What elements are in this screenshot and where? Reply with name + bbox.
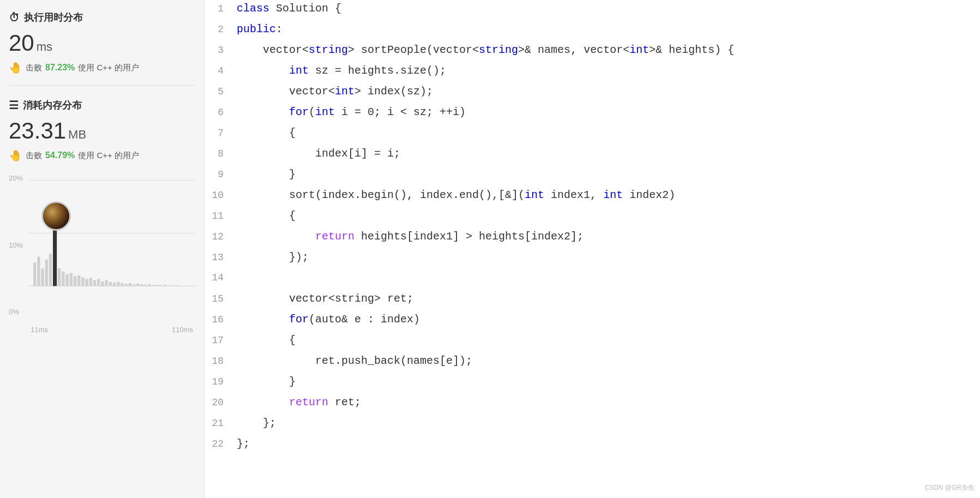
line-content-6: for(int i = 0; i < sz; ++i) (235, 104, 980, 121)
code-line-17: 17 { (205, 332, 980, 352)
line-number-2: 2 (205, 21, 235, 38)
svg-rect-35 (160, 286, 163, 286)
line-content-5: vector<int> index(sz); (235, 83, 980, 100)
x-axis: 11ms 110ms (28, 326, 195, 334)
code-line-11: 11 { (205, 207, 980, 228)
code-line-22: 22}; (205, 435, 980, 456)
svg-rect-24 (117, 282, 119, 286)
line-content-1: class Solution { (235, 0, 980, 17)
line-content-2: public: (235, 21, 980, 38)
svg-rect-39 (176, 286, 178, 286)
avatar (41, 201, 71, 231)
clock-icon: ⏱ (9, 11, 20, 24)
line-content-15: vector<string> ret; (235, 290, 980, 307)
svg-rect-21 (105, 280, 107, 286)
svg-rect-13 (74, 276, 76, 286)
code-line-7: 7 { (205, 124, 980, 145)
svg-rect-9 (58, 268, 61, 286)
time-section-title: ⏱ 执行用时分布 (9, 11, 195, 24)
bar-chart (9, 169, 195, 321)
code-line-9: 9 } (205, 166, 980, 187)
line-content-21: }; (235, 415, 980, 431)
svg-rect-31 (144, 285, 147, 286)
line-content-4: int sz = heights.size(); (235, 62, 980, 79)
code-line-19: 19 } (205, 373, 980, 394)
line-content-3: vector<string> sortPeople(vector<string>… (235, 41, 980, 58)
svg-rect-37 (168, 286, 171, 286)
svg-rect-10 (62, 272, 64, 286)
line-content-20: return ret; (235, 394, 980, 411)
line-number-7: 7 (205, 125, 235, 141)
chart-area: 20% 10% 0% (9, 169, 195, 321)
svg-rect-17 (89, 278, 92, 286)
line-content-18: ret.push_back(names[e]); (235, 352, 980, 369)
memory-beat-row: 🤚 击败 54.79% 使用 C++ 的用户 (9, 149, 195, 162)
line-content-19: } (235, 373, 980, 390)
svg-rect-22 (109, 282, 112, 286)
svg-rect-34 (156, 285, 159, 286)
line-content-22: }; (235, 435, 980, 452)
svg-rect-38 (172, 286, 175, 286)
line-content-11: { (235, 207, 980, 224)
svg-rect-25 (121, 283, 123, 286)
line-number-13: 13 (205, 249, 235, 266)
svg-rect-6 (45, 260, 48, 286)
line-content-13: }); (235, 249, 980, 266)
y-axis: 20% 10% 0% (9, 169, 23, 321)
code-line-5: 5 vector<int> index(sz); (205, 83, 980, 104)
code-line-15: 15 vector<string> ret; (205, 290, 980, 311)
code-editor-panel[interactable]: 1class Solution {2public:3 vector<string… (205, 0, 980, 498)
svg-rect-32 (148, 285, 151, 286)
line-number-20: 20 (205, 394, 235, 411)
svg-rect-16 (85, 279, 88, 286)
code-line-1: 1class Solution { (205, 0, 980, 21)
line-number-19: 19 (205, 374, 235, 390)
line-number-11: 11 (205, 208, 235, 224)
svg-rect-30 (140, 285, 143, 286)
svg-rect-3 (33, 263, 36, 286)
svg-rect-28 (133, 285, 135, 286)
code-line-14: 14 (205, 269, 980, 290)
code-line-3: 3 vector<string> sortPeople(vector<strin… (205, 41, 980, 62)
line-number-12: 12 (205, 229, 235, 245)
line-number-6: 6 (205, 104, 235, 121)
code-line-18: 18 ret.push_back(names[e]); (205, 352, 980, 373)
svg-rect-12 (70, 273, 73, 286)
line-content-17: { (235, 332, 980, 349)
code-line-2: 2public: (205, 21, 980, 41)
code-line-10: 10 sort(index.begin(), index.end(),[&](i… (205, 187, 980, 207)
line-content-7: { (235, 124, 980, 141)
svg-rect-5 (41, 268, 44, 286)
code-line-8: 8 index[i] = i; (205, 145, 980, 166)
line-content-12: return heights[index1] > heights[index2]… (235, 228, 980, 245)
svg-rect-29 (136, 284, 139, 286)
svg-rect-14 (77, 275, 80, 286)
line-number-10: 10 (205, 187, 235, 203)
line-number-22: 22 (205, 436, 235, 452)
code-line-12: 12 return heights[index1] > heights[inde… (205, 228, 980, 249)
code-editor: 1class Solution {2public:3 vector<string… (205, 0, 980, 456)
line-number-18: 18 (205, 353, 235, 369)
memory-section-title: ☰ 消耗内存分布 (9, 99, 195, 112)
svg-rect-23 (113, 283, 116, 286)
svg-rect-26 (124, 284, 127, 286)
beat-icon-time: 🤚 (9, 61, 22, 74)
divider-1 (9, 85, 195, 86)
svg-rect-33 (152, 285, 155, 286)
memory-icon: ☰ (9, 99, 19, 112)
beat-icon-memory: 🤚 (9, 149, 22, 162)
line-number-14: 14 (205, 269, 235, 286)
line-number-8: 8 (205, 146, 235, 162)
line-number-4: 4 (205, 63, 235, 79)
svg-rect-20 (101, 281, 104, 286)
line-number-21: 21 (205, 415, 235, 431)
line-number-16: 16 (205, 311, 235, 328)
line-number-5: 5 (205, 83, 235, 100)
line-number-3: 3 (205, 42, 235, 58)
memory-value: 23.31MB (9, 118, 195, 143)
line-number-9: 9 (205, 166, 235, 183)
code-line-20: 20 return ret; (205, 394, 980, 415)
line-number-1: 1 (205, 1, 235, 17)
code-line-16: 16 for(auto& e : index) (205, 311, 980, 332)
line-content-9: } (235, 166, 980, 183)
